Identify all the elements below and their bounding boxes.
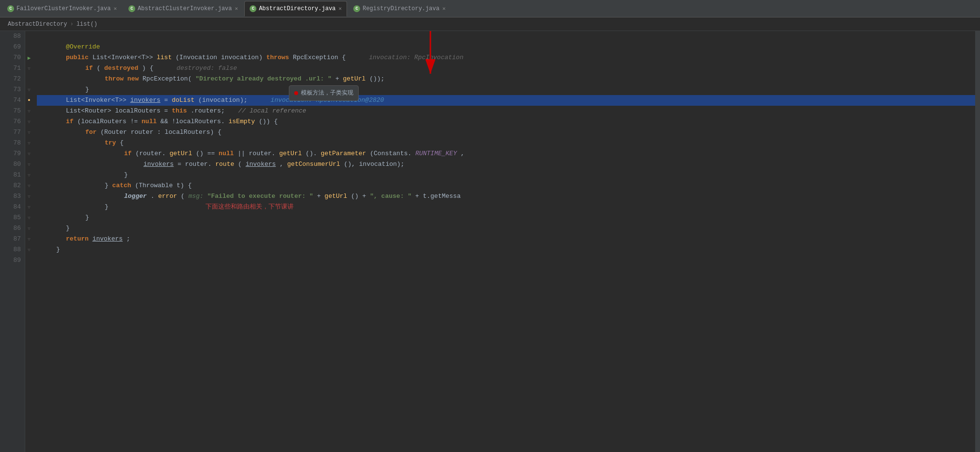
line-74: List<Invoker<T>> invokers = doList (invo… — [37, 95, 975, 106]
kw-if-79: if — [124, 150, 132, 157]
line-numbers: 88 69 70 71 72 73 74 75 76 77 78 79 80 8… — [0, 31, 25, 452]
var-destroyed: destroyed — [104, 65, 138, 72]
tab-close-abstractcluster[interactable]: ✕ — [235, 5, 238, 12]
method-isempty: isEmpty — [229, 118, 255, 125]
line-73: } 模板方法，子类实现 — [37, 84, 975, 95]
param-hint-msg: msg: — [189, 193, 207, 200]
tab-icon-failover: C — [7, 5, 14, 12]
kw-public: public — [66, 54, 89, 61]
tab-label-registrydirectory: RegistryDirectory.java — [363, 5, 439, 12]
fold-77: ▽ — [25, 127, 33, 138]
var-router: router — [131, 129, 154, 136]
fold-80: ▽ — [25, 159, 33, 170]
fold-79: ▽ — [25, 148, 33, 159]
hint-destroyed: destroyed: false — [176, 65, 237, 72]
line-77: for (Router router : localRouters) { — [37, 127, 975, 138]
line-88-top — [37, 31, 975, 42]
tab-failover[interactable]: C FailoverClusterInvoker.java ✕ — [2, 1, 122, 16]
editor: 88 69 70 71 72 73 74 75 76 77 78 79 80 8… — [0, 31, 980, 452]
method-dolist: doList — [172, 97, 194, 104]
str-destroyed: "Directory already destroyed .url: " — [195, 75, 332, 82]
space2: RpcException { — [293, 54, 346, 61]
tab-bar: C FailoverClusterInvoker.java ✕ C Abstra… — [0, 0, 980, 17]
line-69: @Override — [37, 42, 975, 52]
line-84: } 下面这些和路由相关，下节课讲 — [37, 202, 975, 212]
kw-this: this — [172, 107, 187, 114]
line-72: throw new RpcException( "Directory alrea… — [37, 74, 975, 84]
str-failed: "Failed to execute router: " — [207, 193, 313, 200]
red-comment: 下面这些和路由相关，下节课讲 — [205, 202, 294, 212]
kw-new: new — [127, 75, 139, 82]
line-89 — [37, 255, 975, 266]
fold-88b: ▽ — [25, 244, 33, 255]
tab-close-abstractdirectory[interactable]: ✕ — [339, 5, 342, 12]
fold-83: ▽ — [25, 191, 33, 202]
line-79: if (router. getUrl () == null || router.… — [37, 148, 975, 159]
kw-null-76: null — [142, 118, 157, 125]
line-81: } — [37, 170, 975, 180]
code-content[interactable]: @Override public List<Invoker<T>> list (… — [33, 31, 975, 452]
scrollbar-track[interactable] — [975, 31, 980, 452]
tab-label-abstractdirectory: AbstractDirectory.java — [259, 5, 335, 12]
kw-return: return — [66, 235, 89, 242]
fold-87: ▽ — [25, 234, 33, 244]
tooltip-dot — [294, 91, 298, 95]
fold-71: ▽ — [25, 63, 33, 74]
comment-local-ref: // local reference — [238, 107, 306, 114]
line-87: return invokers ; — [37, 234, 975, 244]
var-logger: logger — [124, 193, 147, 200]
tab-abstractdirectory[interactable]: C AbstractDirectory.java ✕ — [244, 1, 347, 16]
method-getconsumerurl: getConsumerUrl — [287, 161, 340, 168]
breadcrumb-separator: › — [70, 21, 73, 28]
str-cause: ", cause: " — [370, 193, 411, 200]
var-invokers: invokers — [130, 97, 160, 104]
method-getparameter: getParameter — [321, 150, 366, 157]
kw-null-79: null — [219, 150, 234, 157]
fold-76: ▽ — [25, 116, 33, 127]
space: ( — [96, 65, 100, 72]
kw-throw: throw — [105, 75, 124, 82]
line-80: invokers = router. route ( invokers , ge… — [37, 159, 975, 170]
line-75: List<Router> localRouters = this .router… — [37, 106, 975, 116]
fold-85: ▽ — [25, 212, 33, 223]
tooltip-template-method: 模板方法，子类实现 — [289, 85, 359, 101]
const-runtime-key: RUNTIME_KEY — [415, 150, 457, 157]
hint-invocation-right: invocation: RpcInvocation — [369, 54, 463, 61]
run-icon-70[interactable]: ▶ — [25, 52, 33, 63]
fold-89 — [25, 255, 33, 266]
var-invokers-return: invokers — [93, 235, 123, 242]
kw-if-71: if — [85, 65, 93, 72]
annotation-override: @Override — [66, 42, 100, 52]
tab-close-failover[interactable]: ✕ — [113, 5, 117, 12]
kw-catch: catch — [112, 182, 131, 189]
code-area[interactable]: 88 69 70 71 72 73 74 75 76 77 78 79 80 8… — [0, 31, 980, 452]
var-invokers-route: invokers — [246, 161, 276, 168]
method-list: list — [157, 54, 172, 61]
paren: (Invocation invocation) — [175, 54, 266, 61]
fold-75: ▽ — [25, 106, 33, 116]
tab-icon-registrydirectory: C — [353, 5, 360, 12]
fold-72 — [25, 74, 33, 84]
fold-markers: ▶ ▽ ▽ ● ▽ ▽ ▽ ▽ ▽ ▽ ▽ ▽ ▽ ▽ ▽ ▽ ▽ ▽ — [25, 31, 33, 452]
line-76: if (localRouters != null && !localRouter… — [37, 116, 975, 127]
tab-abstractcluster[interactable]: C AbstractClusterInvoker.java ✕ — [123, 1, 243, 16]
method-geturl-79: getUrl — [170, 150, 192, 157]
method-geturl-79b: getUrl — [279, 150, 302, 157]
tab-close-registrydirectory[interactable]: ✕ — [443, 5, 446, 12]
line-78: try { — [37, 138, 975, 148]
fold-69 — [25, 42, 33, 52]
method-route: route — [215, 161, 234, 168]
breadcrumb-method: list() — [77, 21, 97, 28]
fold-82: ▽ — [25, 180, 33, 191]
tab-icon-abstractdirectory: C — [250, 5, 256, 12]
type-list-router: List<Router> localRouters = — [66, 107, 172, 114]
method-geturl: getUrl — [343, 75, 366, 82]
brace: ) { — [142, 65, 153, 72]
fold-78: ▽ — [25, 138, 33, 148]
tab-registrydirectory[interactable]: C RegistryDirectory.java ✕ — [348, 1, 451, 16]
kw-if-76: if — [66, 118, 74, 125]
line-85: } — [37, 212, 975, 223]
kw-try: try — [105, 139, 116, 146]
type-list-invoker: List<Invoker<T>> — [66, 97, 130, 104]
method-geturl-83: getUrl — [325, 193, 348, 200]
